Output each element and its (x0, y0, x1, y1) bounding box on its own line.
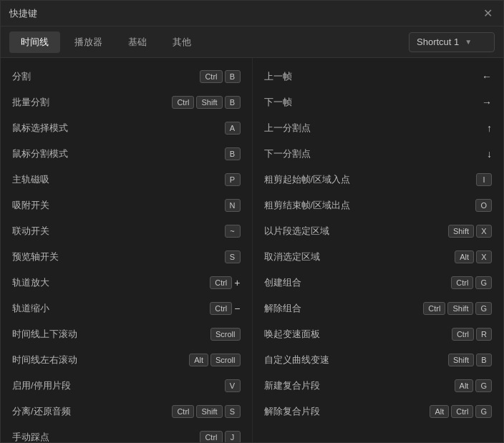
key-badge: N (225, 199, 241, 212)
shortcut-label: 唤起变速面板 (264, 328, 452, 341)
key-badge: O (475, 199, 492, 212)
tab-player[interactable]: 播放器 (63, 31, 114, 53)
list-item: 以片段选定区域 ShiftX (253, 218, 504, 244)
list-item: 分离/还原音频 CtrlShiftS (1, 399, 252, 424)
list-item: 预览轴开关 S (1, 244, 252, 270)
key-badge: Shift (196, 96, 222, 109)
tab-timeline[interactable]: 时间线 (9, 31, 60, 53)
key-badge: Ctrl (172, 96, 194, 109)
key-badge: R (476, 328, 492, 341)
shortcut-keys: CtrlShiftG (423, 302, 492, 315)
key-badge: B (225, 96, 241, 109)
shortcut-keys: P (225, 173, 241, 186)
list-item: 上一帧 ← (253, 64, 504, 89)
shortcut-label: 轨道放大 (12, 276, 210, 289)
shortcut-keys: CtrlShiftB (172, 96, 240, 109)
list-item: 粗剪起始帧/区域入点 I (253, 167, 504, 193)
list-item: 自定义曲线变速 ShiftB (253, 347, 504, 373)
key-badge: V (225, 379, 241, 392)
key-badge: Shift (448, 354, 474, 366)
shortcut-label: 时间线左右滚动 (12, 354, 189, 366)
list-item: 时间线左右滚动 AltScroll (1, 347, 252, 373)
key-badge: Shift (448, 225, 474, 238)
left-shortcuts-panel: 分割 CtrlB 批量分割 CtrlShiftB 鼠标选择模式 A 鼠标分割模式… (1, 58, 253, 442)
list-item: 解除复合片段 AltCtrlG (253, 399, 504, 424)
shortcut-keys: Ctrl− (210, 302, 240, 315)
shortcut-keys: CtrlG (451, 276, 492, 289)
key-badge: S (225, 405, 241, 418)
shortcut-label: 分割 (12, 70, 200, 83)
list-item: 粗剪结束帧/区域出点 O (253, 193, 504, 218)
key-badge: X (476, 250, 492, 263)
shortcut-keys: AltScroll (189, 354, 240, 366)
shortcut-label: 新建复合片段 (264, 379, 455, 392)
key-badge: Ctrl (200, 70, 222, 83)
key-symbol-icon: ↑ (487, 122, 492, 134)
key-badge: Ctrl (210, 302, 232, 315)
shortcut-label: 吸附开关 (12, 199, 225, 212)
key-badge: S (225, 250, 241, 263)
shortcut-keys: AltX (455, 250, 492, 263)
list-item: 取消选定区域 AltX (253, 244, 504, 270)
shortcut-keys: A (225, 122, 241, 135)
key-badge: I (476, 173, 492, 186)
list-item: 下一帧 → (253, 89, 504, 115)
shortcut-keys: AltG (455, 379, 492, 392)
key-badge: Scroll (210, 328, 241, 341)
shortcut-label: 鼠标选择模式 (12, 122, 225, 135)
key-badge: X (476, 225, 492, 238)
toolbar: 时间线 播放器 基础 其他 Shortcut 1 ▼ (1, 26, 503, 58)
list-item: 下一分割点 ↓ (253, 141, 504, 167)
list-item: 轨道放大 Ctrl+ (1, 270, 252, 296)
key-symbol-icon: ← (482, 71, 492, 82)
shortcut-label: 批量分割 (12, 96, 172, 109)
list-item: 解除组合 CtrlShiftG (253, 296, 504, 321)
key-symbol-icon: + (234, 277, 240, 288)
list-item: 主轨磁吸 P (1, 167, 252, 193)
shortcut-label: 创建组合 (264, 276, 452, 289)
shortcut-label: 下一帧 (264, 96, 483, 109)
shortcut-label: 时间线上下滚动 (12, 328, 210, 341)
shortcut-label: 自定义曲线变速 (264, 354, 448, 366)
shortcut-dropdown[interactable]: Shortcut 1 ▼ (409, 32, 495, 52)
close-button[interactable]: ✕ (480, 6, 495, 21)
list-item: 上一分割点 ↑ (253, 115, 504, 141)
key-badge: G (475, 276, 492, 289)
shortcut-keys: CtrlShiftS (172, 405, 240, 418)
shortcut-keys: N (225, 199, 241, 212)
key-badge: J (225, 431, 241, 442)
shortcut-label: 下一分割点 (264, 147, 488, 160)
shortcut-keys: O (475, 199, 492, 212)
shortcut-label: 启用/停用片段 (12, 379, 225, 392)
titlebar: 快捷键 ✕ (1, 1, 503, 26)
shortcut-label: 解除复合片段 (264, 405, 430, 418)
key-badge: Ctrl (452, 328, 474, 341)
shortcut-keys: B (225, 147, 241, 160)
shortcut-keys: ↓ (487, 148, 492, 160)
list-item: 鼠标选择模式 A (1, 115, 252, 141)
shortcut-label: 粗剪起始帧/区域入点 (264, 173, 477, 186)
shortcut-label: 粗剪结束帧/区域出点 (264, 199, 476, 212)
key-badge: Alt (455, 379, 474, 392)
shortcut-keys: ShiftX (448, 225, 492, 238)
shortcut-keys: Scroll (210, 328, 241, 341)
shortcut-label: 上一分割点 (264, 122, 488, 135)
shortcut-label: 轨道缩小 (12, 302, 210, 315)
tab-basic[interactable]: 基础 (117, 31, 158, 53)
key-badge: Alt (455, 250, 474, 263)
key-badge: P (225, 173, 241, 186)
shortcut-keys: S (225, 250, 241, 263)
key-badge: Ctrl (451, 405, 473, 418)
key-badge: Ctrl (451, 276, 473, 289)
right-shortcuts-panel: 上一帧 ← 下一帧 → 上一分割点 ↑ 下一分割点 ↓ 粗剪起始帧/区域入点 I… (253, 58, 504, 442)
shortcut-label: 主轨磁吸 (12, 173, 225, 186)
list-item: 分割 CtrlB (1, 64, 252, 89)
key-badge: Scroll (210, 354, 241, 366)
list-item: 鼠标分割模式 B (1, 141, 252, 167)
tab-other[interactable]: 其他 (161, 31, 203, 53)
key-badge: G (475, 302, 492, 315)
shortcut-keys: CtrlJ (200, 431, 240, 442)
list-item: 创建组合 CtrlG (253, 270, 504, 296)
list-item: 联动开关 ~ (1, 218, 252, 244)
shortcut-label: 上一帧 (264, 70, 483, 83)
